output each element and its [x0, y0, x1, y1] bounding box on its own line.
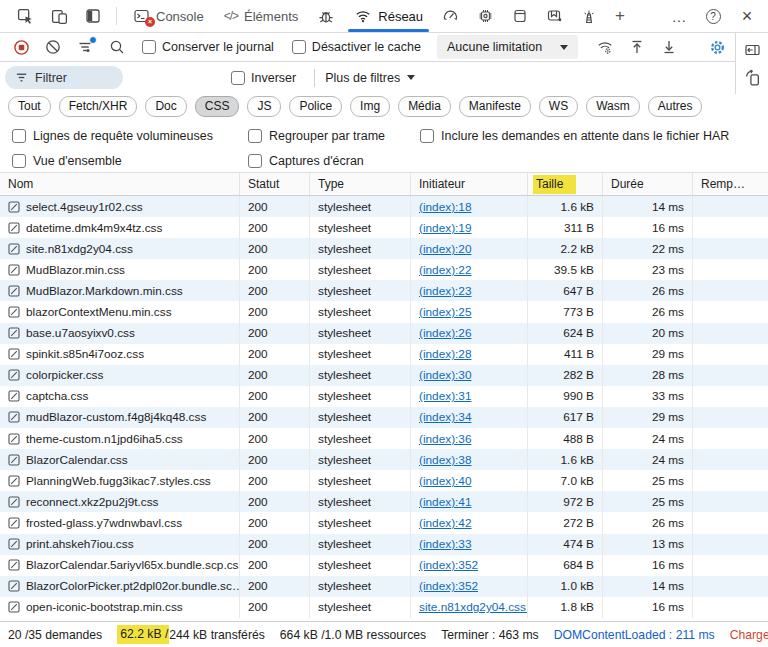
request-fulfilled	[693, 259, 768, 280]
tab-debugger[interactable]	[308, 0, 344, 32]
request-initiator-link[interactable]: (index):25	[419, 305, 471, 319]
toggle-sidebar-button[interactable]	[76, 0, 110, 32]
request-row[interactable]: captcha.css 200 stylesheet (index):31 99…	[0, 386, 768, 407]
type-filter-ws[interactable]: WS	[539, 96, 578, 117]
record-network-log-button[interactable]	[6, 34, 36, 60]
request-row[interactable]: site.n81xdg2y04.css 200 stylesheet (inde…	[0, 238, 768, 259]
request-initiator-link[interactable]: (index):30	[419, 368, 471, 382]
include-har-checkbox[interactable]: Inclure les demandes en attente dans le …	[420, 129, 768, 143]
request-initiator-link[interactable]: (index):33	[419, 537, 471, 551]
device-emulation-button[interactable]	[42, 0, 76, 32]
request-status: 200	[240, 534, 310, 555]
tab-application[interactable]	[503, 0, 537, 32]
network-table-header: Nom Statut Type Initiateur Taille Durée …	[0, 172, 768, 196]
dock-panel-icon[interactable]	[744, 42, 761, 58]
request-initiator-link[interactable]: (index):42	[419, 516, 471, 530]
disable-cache-checkbox[interactable]: Désactiver le cache	[292, 40, 421, 54]
request-initiator-link[interactable]: (index):41	[419, 495, 471, 509]
column-header-name[interactable]: Nom	[0, 173, 240, 195]
request-row[interactable]: spinkit.s85n4i7ooz.css 200 stylesheet (i…	[0, 344, 768, 365]
big-request-rows-checkbox[interactable]: Lignes de requête volumineuses	[12, 129, 248, 143]
tab-add-tools[interactable]: +	[606, 0, 634, 32]
filter-input[interactable]: Filtrer	[5, 66, 123, 89]
export-har-button[interactable]	[654, 34, 684, 60]
network-settings-button[interactable]	[702, 34, 732, 60]
request-initiator-link[interactable]: (index):36	[419, 432, 471, 446]
type-filter-doc[interactable]: Doc	[145, 96, 186, 117]
overview-checkbox[interactable]: Vue d'ensemble	[12, 154, 248, 168]
column-header-size[interactable]: Taille	[528, 173, 603, 195]
request-row[interactable]: reconnect.xkz2pu2j9t.css 200 stylesheet …	[0, 491, 768, 512]
request-initiator-link[interactable]: (index):22	[419, 263, 471, 277]
request-row[interactable]: mudBlazor-custom.f4g8j4kq48.css 200 styl…	[0, 407, 768, 428]
request-row[interactable]: datetime.dmk4m9x4tz.css 200 stylesheet (…	[0, 217, 768, 238]
network-conditions-button[interactable]	[590, 34, 620, 60]
rotate-device-icon[interactable]	[744, 69, 761, 86]
request-row[interactable]: BlazorCalendar.5ariyvl65x.bundle.scp.css…	[0, 555, 768, 576]
invert-filter-checkbox[interactable]: Inverser	[231, 71, 296, 85]
request-row[interactable]: BlazorCalendar.css 200 stylesheet (index…	[0, 449, 768, 470]
type-filter-css[interactable]: CSS	[195, 96, 240, 117]
search-requests-button[interactable]	[102, 34, 132, 60]
tab-lighthouse[interactable]	[572, 0, 606, 32]
request-row[interactable]: PlanningWeb.fugg3ikac7.styles.css 200 st…	[0, 470, 768, 491]
tab-memory[interactable]	[468, 0, 503, 32]
request-initiator-link[interactable]: (index):20	[419, 242, 471, 256]
request-initiator-link[interactable]: (index):31	[419, 389, 471, 403]
request-row[interactable]: theme-custom.n1jpd6iha5.css 200 styleshe…	[0, 428, 768, 449]
request-row[interactable]: select.4gseuy1r02.css 200 stylesheet (in…	[0, 196, 768, 217]
request-initiator-link[interactable]: (index):352	[419, 579, 478, 593]
tab-console[interactable]: × Console	[123, 0, 214, 32]
request-initiator-link[interactable]: (index):18	[419, 200, 471, 214]
request-initiator-link[interactable]: (index):19	[419, 221, 471, 235]
column-header-status[interactable]: Statut	[240, 173, 310, 195]
request-initiator-link[interactable]: (index):28	[419, 347, 471, 361]
type-filter-js[interactable]: JS	[247, 96, 281, 117]
request-row[interactable]: print.ahskeh7iou.css 200 stylesheet (ind…	[0, 534, 768, 555]
tab-performance[interactable]	[433, 0, 468, 32]
request-initiator-link[interactable]: (index):38	[419, 453, 471, 467]
column-header-fulfilled[interactable]: Remp…	[693, 173, 768, 195]
tab-elements[interactable]: </> Éléments	[214, 0, 309, 32]
request-initiator-link[interactable]: (index):40	[419, 474, 471, 488]
type-filter-tout[interactable]: Tout	[8, 96, 51, 117]
request-initiator-link[interactable]: (index):23	[419, 284, 471, 298]
type-filter-img[interactable]: Img	[350, 96, 390, 117]
request-row[interactable]: colorpicker.css 200 stylesheet (index):3…	[0, 365, 768, 386]
tab-style-editor[interactable]	[537, 0, 572, 32]
filter-requests-button[interactable]	[70, 34, 100, 60]
clear-network-log-button[interactable]	[38, 34, 68, 60]
screenshots-checkbox[interactable]: Captures d'écran	[248, 154, 420, 168]
request-row[interactable]: blazorContextMenu.min.css 200 stylesheet…	[0, 301, 768, 322]
type-filter-m-dia[interactable]: Média	[398, 96, 451, 117]
help-button[interactable]: ?	[698, 9, 728, 24]
column-header-type[interactable]: Type	[310, 173, 411, 195]
request-initiator-link[interactable]: (index):352	[419, 558, 478, 572]
type-filter-police[interactable]: Police	[289, 96, 342, 117]
group-by-frame-checkbox[interactable]: Regrouper par trame	[248, 129, 420, 143]
request-row[interactable]: MudBlazor.min.css 200 stylesheet (index)…	[0, 259, 768, 280]
more-filters-dropdown[interactable]: Plus de filtres	[325, 71, 415, 85]
column-header-initiator[interactable]: Initiateur	[411, 173, 528, 195]
inspect-element-button[interactable]	[8, 0, 42, 32]
request-initiator-link[interactable]: (index):26	[419, 326, 471, 340]
preserve-log-checkbox[interactable]: Conserver le journal	[142, 40, 274, 54]
request-row[interactable]: frosted-glass.y7wdnwbavl.css 200 stylesh…	[0, 512, 768, 533]
request-row[interactable]: MudBlazor.Markdown.min.css 200 styleshee…	[0, 280, 768, 301]
type-filter-manifeste[interactable]: Manifeste	[459, 96, 531, 117]
type-filter-fetch-xhr[interactable]: Fetch/XHR	[59, 96, 138, 117]
request-initiator-link[interactable]: site.n81xdg2y04.css:1	[419, 600, 528, 614]
close-devtools-button[interactable]: ×	[732, 6, 762, 27]
request-row[interactable]: open-iconic-bootstrap.min.css 200 styles…	[0, 597, 768, 618]
request-initiator-link[interactable]: (index):34	[419, 410, 471, 424]
column-header-duration[interactable]: Durée	[603, 173, 693, 195]
finish-time: Terminer : 463 ms	[441, 628, 539, 642]
type-filter-autres[interactable]: Autres	[648, 96, 703, 117]
throttling-dropdown[interactable]: Aucune limitation	[437, 35, 578, 59]
request-row[interactable]: base.u7aosyixv0.css 200 stylesheet (inde…	[0, 323, 768, 344]
more-options-button[interactable]: …	[664, 8, 694, 25]
tab-network[interactable]: Réseau	[344, 0, 433, 32]
import-har-button[interactable]	[622, 34, 652, 60]
type-filter-wasm[interactable]: Wasm	[586, 96, 640, 117]
request-row[interactable]: BlazorColorPicker.pt2dpl02or.bundle.sc… …	[0, 576, 768, 597]
